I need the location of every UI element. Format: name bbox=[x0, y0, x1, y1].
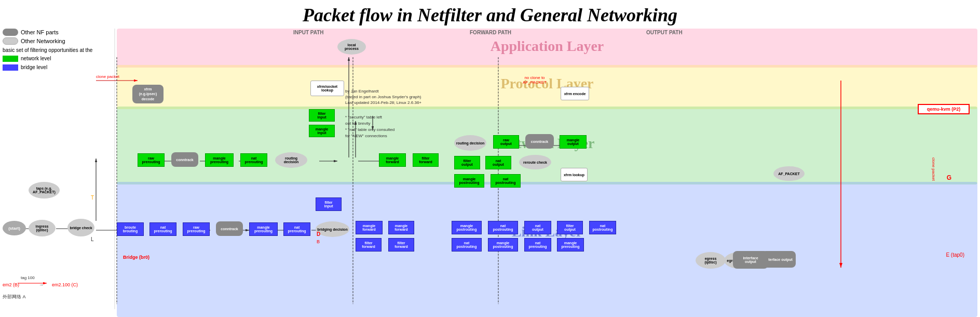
local-process-node: localprocess bbox=[337, 39, 366, 55]
xfrm-decode-node: xfrm(e.g.ipsec)decode bbox=[132, 85, 164, 103]
nat-postrouting-out-node: natpostrouting bbox=[491, 174, 521, 188]
routing-decision-output-node: routing decision bbox=[454, 135, 486, 151]
bridge-br0-label: Bridge (br0) bbox=[123, 255, 149, 260]
filter-bridge-fwd-node: filterforward bbox=[356, 238, 382, 252]
diagram-container: Application Layer Protocol Layer Network… bbox=[0, 29, 980, 317]
raw-bridge-node: rawprerouting bbox=[183, 222, 210, 236]
em2-b-label: em2 (B) bbox=[3, 282, 19, 287]
conntrack-bridge-node: conntrack bbox=[216, 221, 243, 236]
bridging-decision-node: bridging decision bbox=[316, 221, 349, 237]
info-based: (based in part on Joshua Snyder's graph) bbox=[345, 94, 421, 100]
taps-node: taps (e.g. AF_PACKET) bbox=[29, 182, 60, 199]
arrow-em2: → bbox=[39, 282, 44, 287]
notes-box: * "security" table left out for brevity … bbox=[345, 114, 394, 139]
mangle-output-node: mangleoutput bbox=[560, 135, 587, 149]
mangle-forward-node: mangleforward bbox=[379, 153, 406, 167]
input-path-label: INPUT PATH bbox=[293, 30, 324, 35]
info-updated: Last updated 2014-Feb-28; Linux 2.6.36+ bbox=[345, 100, 421, 105]
xfrm-encode-node: xfrm encode bbox=[561, 87, 589, 100]
nat-prerouting-node: natprerouting bbox=[240, 153, 267, 167]
output-path-label: OUTPUT PATH bbox=[646, 30, 683, 35]
filter-forward-node: filterforward bbox=[413, 153, 439, 167]
b-label: B bbox=[317, 239, 320, 244]
filter-input-link-node: filterinput bbox=[316, 197, 342, 211]
security-note: * "security" table left out for brevity bbox=[345, 114, 394, 127]
t-label: T bbox=[91, 195, 94, 201]
start-node: (start) bbox=[3, 221, 26, 235]
filter-input-node: filterinput bbox=[309, 109, 335, 122]
nat-out2-bridge-node: natpostrouting bbox=[589, 221, 616, 234]
protocol-layer-bg: Protocol Layer bbox=[117, 65, 977, 109]
raw-output-node: rawoutput bbox=[493, 135, 519, 149]
no-clone-label: no clone to AF_PACKET bbox=[514, 75, 555, 85]
d-label: D bbox=[317, 231, 320, 237]
external-net-label: 外部网络 A bbox=[3, 294, 26, 300]
info-author: by Jan Engelhardt bbox=[345, 88, 421, 94]
raw-prerouting-node: rawprerouting bbox=[138, 153, 165, 167]
mangle-bridge-fwd-node: mangleforward bbox=[356, 221, 383, 234]
mangle-postrouting-out-node: manglepostrouting bbox=[454, 174, 484, 188]
clone-packet-left-label: clone packet bbox=[96, 74, 119, 79]
mangle-fwd2-node: mangleforward bbox=[388, 221, 414, 234]
conntrack-output-node: conntrack bbox=[525, 134, 554, 149]
separator-left bbox=[114, 29, 115, 309]
mangle-post-bridge1-node: manglepostrouting bbox=[452, 221, 482, 234]
nat-out-bridge-node: natoutput bbox=[524, 221, 551, 234]
mangle-bridge-pre-node: mangleprerouting bbox=[249, 222, 278, 236]
af-packet-out-node: AF_PACKET bbox=[773, 166, 805, 181]
app-layer-bg: Application Layer bbox=[117, 29, 977, 68]
nat-brouting-node: natprerouting bbox=[149, 222, 176, 236]
ingress-node: ingress (qdisc) bbox=[29, 220, 56, 236]
main-title: Packet flow in Netfilter and General Net… bbox=[0, 0, 980, 28]
l-label: L bbox=[91, 236, 94, 242]
nat-post-bridge2-node: natpostrouting bbox=[452, 238, 482, 252]
tag100-label: tag 100 bbox=[21, 275, 35, 280]
mangle-input-node: mangleinput bbox=[309, 125, 335, 137]
xfrm-socket-lookup-node: xfrm/socketlookup bbox=[310, 81, 344, 96]
nat-output-node: natoutput bbox=[485, 156, 511, 169]
mangle-prerouting-node: mangleprerouting bbox=[205, 153, 234, 167]
xfrm-lookup-node: xfrm lookup bbox=[561, 168, 588, 181]
nat-post-bridge1-node: natpostrouting bbox=[488, 221, 518, 234]
app-layer-title: Application Layer bbox=[117, 29, 977, 55]
nat-note: * "nat" table only consulted for "NEW" c… bbox=[345, 127, 394, 139]
conntrack-network-node: conntrack bbox=[171, 152, 198, 167]
filter-out-bridge-node: filteroutput bbox=[557, 221, 583, 234]
broute-brouting-node: broutebrouting bbox=[117, 222, 144, 236]
interface-out-node: interfaceoutput bbox=[733, 251, 768, 269]
egress-qdisc-node: egress(qdisc) bbox=[696, 252, 726, 269]
g-label: G bbox=[947, 174, 951, 181]
bridge-check-node: bridge check bbox=[67, 219, 94, 236]
forward-path-label: FORWARD PATH bbox=[470, 30, 511, 35]
em2-100-label: em2.100 (C) bbox=[52, 282, 78, 287]
nat-pre2-node: natprerouting bbox=[524, 238, 551, 252]
clone-packet-right-label: clone packet bbox=[931, 157, 936, 181]
mangle-post2-node: manglepostrouting bbox=[488, 238, 518, 252]
qemu-kvm-box: qemu-kvm (P2) bbox=[918, 104, 970, 114]
routing-decision-input-node: routingdecision bbox=[275, 152, 307, 168]
filter-output-node: filteroutput bbox=[454, 156, 480, 169]
e-label: E (tap0) bbox=[946, 252, 964, 258]
nat-bridge-pre-node: natprerouting bbox=[283, 222, 310, 236]
reroute-check-node: reroute check bbox=[519, 155, 551, 169]
info-box: by Jan Engelhardt (based in part on Josh… bbox=[345, 88, 421, 106]
filter-bridge-fwd2-node: filterforward bbox=[388, 238, 414, 252]
mangle-pre2-node: mangleprerouting bbox=[557, 238, 584, 252]
